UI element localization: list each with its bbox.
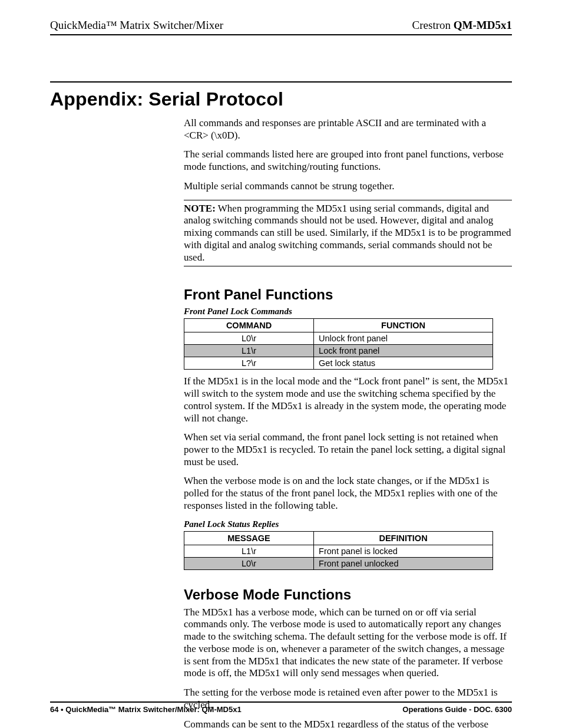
table-row: L0\r Unlock front panel bbox=[184, 332, 493, 345]
note-box: NOTE: When programming the MD5x1 using s… bbox=[184, 200, 512, 267]
th-command: COMMAND bbox=[184, 319, 314, 332]
th-message: MESSAGE bbox=[184, 531, 314, 545]
table-row: L1\r Lock front panel bbox=[184, 345, 493, 357]
running-header: QuickMedia™ Matrix Switcher/Mixer Crestr… bbox=[50, 19, 512, 35]
verbose-p3: Commands can be sent to the MD5x1 regard… bbox=[184, 719, 512, 728]
footer-left: 64 • QuickMedia™ Matrix Switcher/Mixer: … bbox=[50, 705, 242, 714]
msg-cell: L0\r bbox=[184, 557, 314, 569]
table-header-row: MESSAGE DEFINITION bbox=[184, 531, 493, 545]
fn-cell: Get lock status bbox=[314, 357, 493, 370]
header-right: Crestron QM-MD5x1 bbox=[412, 19, 512, 32]
def-cell: Front panel is locked bbox=[314, 545, 493, 557]
table-header-row: COMMAND FUNCTION bbox=[184, 319, 493, 332]
fp-p3: When the verbose mode is on and the lock… bbox=[184, 475, 512, 512]
front-panel-heading: Front Panel Functions bbox=[184, 286, 512, 303]
header-right-model: QM-MD5x1 bbox=[454, 19, 512, 31]
section-title: Appendix: Serial Protocol bbox=[50, 81, 512, 110]
verbose-heading: Verbose Mode Functions bbox=[184, 587, 512, 603]
intro-p3: Multiple serial commands cannot be strun… bbox=[184, 180, 512, 193]
header-right-prefix: Crestron bbox=[412, 19, 454, 31]
footer-left-text: QuickMedia™ Matrix Switcher/Mixer: QM-MD… bbox=[65, 705, 241, 714]
footer-page-no: 64 bbox=[50, 705, 58, 714]
note-text: NOTE: When programming the MD5x1 using s… bbox=[184, 203, 512, 264]
fp-p2: When set via serial command, the front p… bbox=[184, 431, 512, 468]
page-footer: 64 • QuickMedia™ Matrix Switcher/Mixer: … bbox=[50, 701, 512, 714]
bullet-icon: • bbox=[61, 705, 64, 714]
fp-p1: If the MD5x1 is in the local mode and th… bbox=[184, 375, 512, 424]
fn-cell: Lock front panel bbox=[314, 345, 493, 357]
header-left: QuickMedia™ Matrix Switcher/Mixer bbox=[50, 19, 223, 32]
panel-lock-status-replies-table: MESSAGE DEFINITION L1\r Front panel is l… bbox=[184, 531, 493, 570]
cmd-cell: L0\r bbox=[184, 332, 314, 345]
fn-cell: Unlock front panel bbox=[314, 332, 493, 345]
cmd-cell: L?\r bbox=[184, 357, 314, 370]
intro-p1: All commands and responses are printable… bbox=[184, 117, 512, 141]
table-row: L1\r Front panel is locked bbox=[184, 545, 493, 557]
def-cell: Front panel unlocked bbox=[314, 557, 493, 569]
th-function: FUNCTION bbox=[314, 319, 493, 332]
verbose-p1: The MD5x1 has a verbose mode, which can … bbox=[184, 607, 512, 680]
table-row: L?\r Get lock status bbox=[184, 357, 493, 370]
th-definition: DEFINITION bbox=[314, 531, 493, 545]
table-row: L0\r Front panel unlocked bbox=[184, 557, 493, 569]
intro-p2: The serial commands listed here are grou… bbox=[184, 149, 512, 173]
note-body: When programming the MD5x1 using serial … bbox=[184, 203, 511, 263]
note-label: NOTE: bbox=[184, 203, 216, 214]
front-panel-lock-commands-table: COMMAND FUNCTION L0\r Unlock front panel… bbox=[184, 318, 493, 370]
table1-caption: Front Panel Lock Commands bbox=[184, 307, 512, 317]
footer-right: Operations Guide - DOC. 6300 bbox=[402, 705, 512, 714]
msg-cell: L1\r bbox=[184, 545, 314, 557]
cmd-cell: L1\r bbox=[184, 345, 314, 357]
table2-caption: Panel Lock Status Replies bbox=[184, 519, 512, 529]
